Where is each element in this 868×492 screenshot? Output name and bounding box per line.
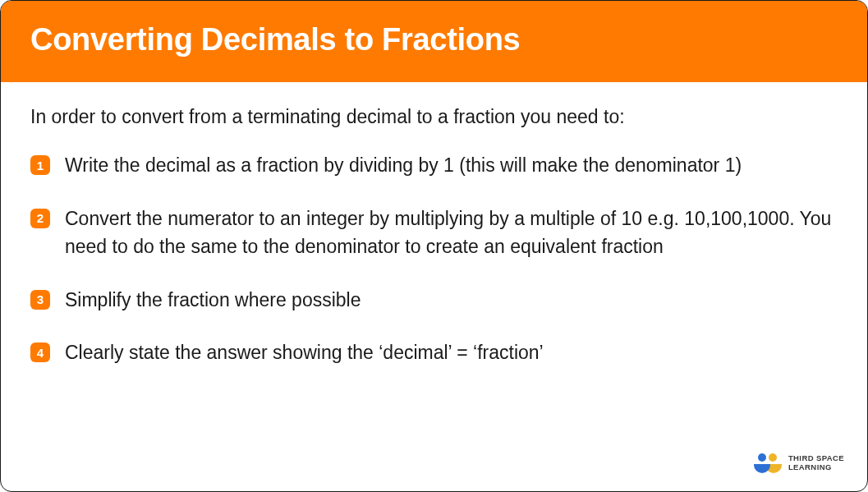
- step-number-badge: 4: [30, 343, 50, 362]
- logo-icon: [754, 453, 782, 473]
- list-item: 1 Write the decimal as a fraction by div…: [30, 151, 838, 180]
- step-text: Simplify the fraction where possible: [65, 286, 361, 315]
- step-text: Convert the numerator to an integer by m…: [65, 205, 838, 261]
- step-text: Clearly state the answer showing the ‘de…: [65, 338, 544, 367]
- step-number-badge: 1: [30, 155, 50, 175]
- steps-list: 1 Write the decimal as a fraction by div…: [30, 151, 838, 367]
- step-number-badge: 3: [30, 290, 50, 310]
- step-text: Write the decimal as a fraction by divid…: [65, 151, 742, 180]
- list-item: 2 Convert the numerator to an integer by…: [30, 205, 838, 261]
- logo-text: THIRD SPACE LEARNING: [788, 454, 844, 472]
- intro-text: In order to convert from a terminating d…: [30, 103, 838, 130]
- info-card: Converting Decimals to Fractions In orde…: [0, 0, 868, 492]
- card-body: In order to convert from a terminating d…: [1, 82, 867, 367]
- card-header: Converting Decimals to Fractions: [1, 1, 867, 82]
- list-item: 3 Simplify the fraction where possible: [30, 286, 838, 315]
- brand-logo: THIRD SPACE LEARNING: [754, 453, 844, 473]
- page-title: Converting Decimals to Fractions: [30, 22, 838, 57]
- logo-line2: LEARNING: [788, 463, 844, 472]
- step-number-badge: 2: [30, 209, 50, 228]
- list-item: 4 Clearly state the answer showing the ‘…: [30, 338, 838, 367]
